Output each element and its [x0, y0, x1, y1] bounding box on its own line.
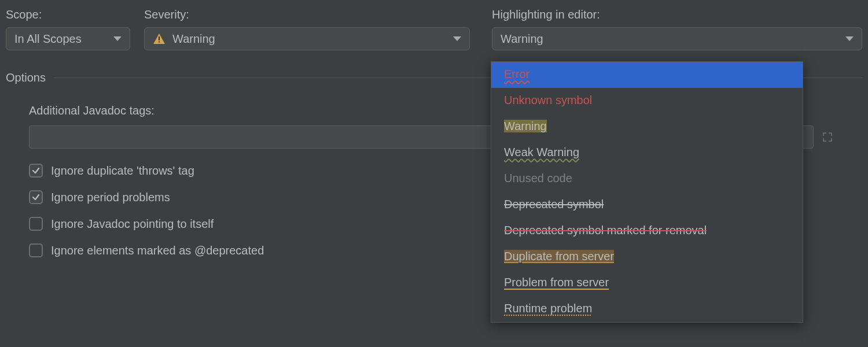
- checkbox-label: Ignore duplicate 'throws' tag: [51, 164, 194, 178]
- dropdown-option[interactable]: Duplicate from server: [491, 244, 803, 270]
- dropdown-option[interactable]: Runtime problem: [491, 296, 803, 322]
- dropdown-option-label: Weak Warning: [504, 146, 579, 158]
- dropdown-option-label: Runtime problem: [504, 302, 592, 315]
- expand-button[interactable]: [816, 125, 839, 149]
- highlighting-dropdown-popup[interactable]: ErrorUnknown symbolWarningWeak WarningUn…: [491, 61, 803, 323]
- dropdown-option-label: Unused code: [504, 172, 572, 184]
- warning-icon: [153, 32, 165, 45]
- options-title: Options: [6, 71, 46, 84]
- dropdown-option[interactable]: Error: [491, 62, 803, 88]
- dropdown-option[interactable]: Deprecated symbol: [491, 192, 803, 218]
- dropdown-option-label: Error: [504, 68, 529, 80]
- checkbox[interactable]: [29, 243, 43, 257]
- scope-dropdown[interactable]: In All Scopes: [6, 27, 130, 50]
- dropdown-option[interactable]: Weak Warning: [491, 140, 803, 166]
- chevron-down-icon: [453, 36, 461, 41]
- expand-icon: [822, 132, 833, 142]
- dropdown-option-label: Deprecated symbol marked for removal: [504, 224, 707, 237]
- scope-label: Scope:: [6, 8, 130, 21]
- chevron-down-icon: [845, 36, 854, 41]
- checkbox-label: Ignore period problems: [51, 191, 170, 204]
- dropdown-option[interactable]: Deprecated symbol marked for removal: [491, 218, 803, 244]
- severity-value: Warning: [172, 32, 215, 46]
- chevron-down-icon: [113, 36, 122, 41]
- scope-value: In All Scopes: [14, 32, 82, 46]
- checkbox-label: Ignore elements marked as @deprecated: [51, 244, 264, 257]
- dropdown-option[interactable]: Warning: [491, 114, 803, 140]
- checkbox-label: Ignore Javadoc pointing to itself: [51, 217, 214, 231]
- dropdown-option-label: Warning: [504, 120, 547, 132]
- dropdown-option-label: Problem from server: [504, 276, 609, 289]
- check-icon: [31, 166, 41, 175]
- dropdown-option[interactable]: Unknown symbol: [491, 88, 803, 114]
- highlighting-value: Warning: [501, 32, 543, 46]
- svg-rect-1: [159, 42, 160, 43]
- severity-dropdown[interactable]: Warning: [144, 27, 470, 50]
- checkbox[interactable]: [29, 190, 43, 204]
- highlighting-label: Highlighting in editor:: [492, 8, 862, 21]
- dropdown-option-label: Deprecated symbol: [504, 198, 604, 211]
- dropdown-option[interactable]: Problem from server: [491, 270, 803, 296]
- highlighting-dropdown[interactable]: Warning: [492, 27, 862, 50]
- svg-rect-0: [159, 36, 160, 40]
- checkbox[interactable]: [29, 217, 43, 231]
- dropdown-option[interactable]: Unused code: [491, 166, 803, 192]
- checkbox[interactable]: [29, 164, 43, 178]
- severity-label: Severity:: [144, 8, 470, 21]
- check-icon: [31, 193, 41, 202]
- dropdown-option-label: Unknown symbol: [504, 94, 592, 106]
- dropdown-option-label: Duplicate from server: [504, 250, 614, 263]
